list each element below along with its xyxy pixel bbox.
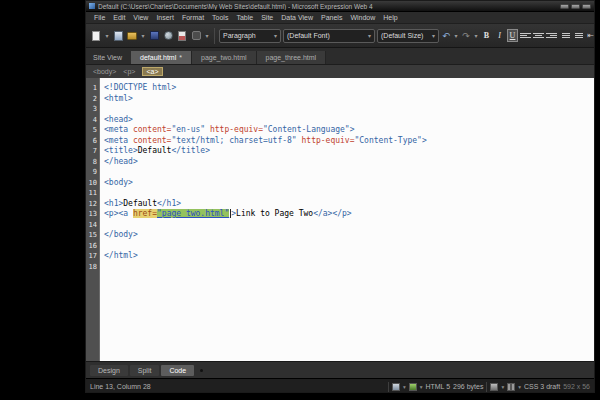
toolbar-more-caret[interactable]: ▾	[204, 32, 210, 39]
code-line[interactable]: </body>	[104, 230, 594, 241]
style-application-icon[interactable]	[490, 383, 498, 391]
menu-data-view[interactable]: Data View	[277, 13, 317, 22]
numbered-list-button[interactable]	[559, 30, 570, 41]
line-number: 18	[86, 262, 97, 273]
font-size-dropdown[interactable]: (Default Size) ▾	[377, 29, 439, 43]
chevron-down-icon[interactable]: ▾	[501, 384, 504, 390]
maximize-button[interactable]	[571, 4, 580, 9]
align-left-button[interactable]	[520, 30, 531, 41]
code-token: Link to Page Two	[236, 209, 313, 218]
code-line[interactable]: <h1>Default</h1>	[104, 199, 594, 210]
menu-view[interactable]: View	[129, 13, 152, 22]
chevron-down-icon[interactable]: ▾	[518, 384, 521, 390]
line-number: 13	[86, 209, 97, 220]
menu-bar: FileEditViewInsertFormatToolsTableSiteDa…	[86, 12, 594, 24]
menu-table[interactable]: Table	[232, 13, 257, 22]
line-number: 3	[86, 104, 97, 115]
code-line[interactable]	[104, 241, 594, 252]
split-view-button[interactable]: Split	[130, 365, 160, 376]
line-number: 11	[86, 188, 97, 199]
code-line[interactable]: <p><a href="page_two.html">Link to Page …	[104, 209, 594, 220]
open-dropdown-caret[interactable]: ▾	[140, 32, 146, 39]
code-line[interactable]: </head>	[104, 157, 594, 168]
code-view-button[interactable]: Code	[161, 365, 194, 376]
chevron-down-icon[interactable]: ▾	[420, 384, 423, 390]
window-title: Default (C:\Users\Charles\Documents\My W…	[98, 3, 557, 10]
line-number: 1	[86, 83, 97, 94]
code-token: Default	[138, 146, 172, 155]
tag-selector-item[interactable]: <a>	[142, 67, 162, 76]
new-page-button[interactable]	[112, 29, 124, 42]
align-right-button[interactable]	[546, 30, 557, 41]
code-line[interactable]: <meta content="text/html; charset=utf-8"…	[104, 136, 594, 147]
title-bar[interactable]: Default (C:\Users\Charles\Documents\My W…	[86, 1, 594, 12]
menu-tools[interactable]: Tools	[208, 13, 232, 22]
code-token: <body>	[104, 178, 133, 187]
minimize-button[interactable]	[560, 4, 569, 9]
chevron-down-icon[interactable]: ▾	[403, 384, 406, 390]
code-token: </a></p>	[313, 209, 352, 218]
close-button[interactable]	[582, 4, 591, 9]
status-separator	[486, 382, 487, 392]
code-line[interactable]: <title>Default</title>	[104, 146, 594, 157]
underline-button[interactable]: U	[507, 29, 518, 42]
code-line[interactable]: <meta content="en-us" http-equiv="Conten…	[104, 125, 594, 136]
doctype-label: HTML 5	[425, 383, 450, 390]
app-icon	[89, 3, 95, 9]
menu-insert[interactable]: Insert	[152, 13, 178, 22]
open-button[interactable]	[126, 29, 138, 42]
redo-button[interactable]: ↷	[461, 31, 471, 41]
menu-window[interactable]: Window	[346, 13, 379, 22]
new-document-dropdown-caret[interactable]: ▾	[104, 32, 110, 39]
tab-page_two.html[interactable]: page_two.html	[192, 51, 257, 64]
paragraph-style-dropdown[interactable]: Paragraph ▾	[219, 29, 281, 43]
css-schema-icon[interactable]	[507, 383, 515, 391]
code-token: Default	[123, 199, 157, 208]
menu-site[interactable]: Site	[257, 13, 277, 22]
design-view-button[interactable]: Design	[90, 365, 128, 376]
undo-dropdown-caret[interactable]: ▾	[453, 32, 459, 39]
bullet-list-button[interactable]	[572, 30, 583, 41]
code-lines[interactable]: <!DOCTYPE html><html><head><meta content…	[100, 78, 594, 361]
visual-aids-icon[interactable]	[392, 383, 400, 391]
preview-button[interactable]	[162, 29, 174, 42]
code-token: <meta	[104, 125, 133, 134]
code-line[interactable]	[104, 220, 594, 231]
paste-button[interactable]	[176, 29, 188, 42]
tab-site-view[interactable]: Site View	[86, 51, 131, 64]
code-line[interactable]: <body>	[104, 178, 594, 189]
outdent-button[interactable]: ⇤	[585, 31, 594, 40]
find-button[interactable]	[190, 29, 202, 42]
save-button[interactable]	[148, 29, 160, 42]
menu-file[interactable]: File	[90, 13, 109, 22]
font-family-dropdown[interactable]: (Default Font) ▾	[283, 29, 375, 43]
doctype-schema-icon[interactable]	[409, 383, 417, 391]
italic-button[interactable]: I	[494, 29, 505, 42]
code-token: </head>	[104, 157, 138, 166]
code-line[interactable]	[104, 104, 594, 115]
tab-page_three.html[interactable]: page_three.html	[257, 51, 327, 64]
code-line[interactable]	[104, 167, 594, 178]
code-line[interactable]	[104, 262, 594, 273]
css-schema-label: CSS 3 draft	[524, 383, 560, 390]
align-center-button[interactable]	[533, 30, 544, 41]
code-token: <!DOCTYPE html>	[104, 83, 176, 92]
menu-format[interactable]: Format	[178, 13, 208, 22]
code-line[interactable]: </html>	[104, 251, 594, 262]
menu-panels[interactable]: Panels	[317, 13, 346, 22]
bold-button[interactable]: B	[481, 29, 492, 42]
code-token: "Content-Language"	[263, 125, 350, 134]
tab-default.html[interactable]: default.html*	[131, 51, 192, 64]
menu-help[interactable]: Help	[379, 13, 401, 22]
code-line[interactable]: <html>	[104, 94, 594, 105]
tag-selector-item[interactable]: <body>	[93, 68, 116, 75]
tag-selector-item[interactable]: <p>	[123, 68, 135, 75]
new-document-button[interactable]	[90, 29, 102, 42]
undo-button[interactable]: ↶	[441, 31, 451, 41]
code-line[interactable]: <!DOCTYPE html>	[104, 83, 594, 94]
code-line[interactable]	[104, 188, 594, 199]
code-token: content=	[133, 136, 172, 145]
code-line[interactable]: <head>	[104, 115, 594, 126]
menu-edit[interactable]: Edit	[109, 13, 129, 22]
redo-dropdown-caret[interactable]: ▾	[473, 32, 479, 39]
